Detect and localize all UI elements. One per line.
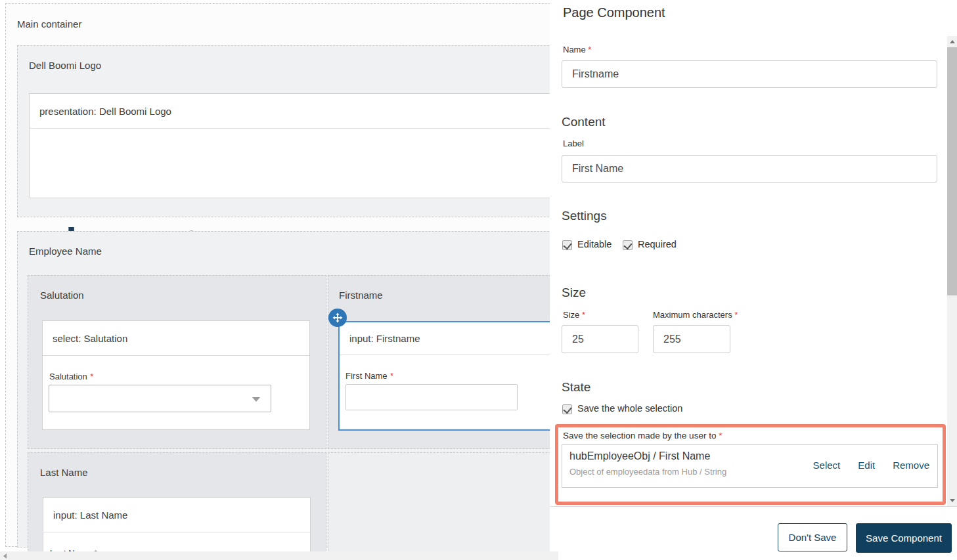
state-heading: State (562, 380, 590, 395)
scroll-up-arrow-icon[interactable] (950, 40, 955, 43)
save-selection-label: Save the selection made by the user to (563, 431, 716, 441)
firstname-required-mark: * (390, 371, 393, 381)
content-heading: Content (562, 115, 606, 129)
size-field-label: Size (563, 310, 579, 320)
name-input[interactable] (562, 60, 937, 88)
salutation-select[interactable] (49, 385, 271, 412)
size-input[interactable] (562, 325, 638, 353)
save-selection-highlight: Save the selection made by the user to *… (555, 424, 946, 505)
firstname-cell-label: Firstname (339, 290, 383, 301)
move-handle-icon[interactable] (328, 309, 347, 327)
logo-section[interactable]: Dell Boomi Logo presentation: Dell Boomi… (17, 45, 550, 217)
max-chars-input[interactable] (653, 325, 730, 353)
presentation-card-header: presentation: Dell Boomi Logo (30, 94, 550, 129)
salutation-component-card[interactable]: select: Salutation Salutation * (42, 320, 310, 430)
scroll-left-arrow-icon[interactable] (3, 553, 7, 559)
edit-link[interactable]: Edit (858, 460, 875, 471)
dont-save-button[interactable]: Don't Save (778, 523, 847, 551)
max-chars-field-label: Maximum characters (653, 310, 732, 320)
save-whole-selection-label: Save the whole selection (577, 403, 682, 414)
presentation-component-card[interactable]: presentation: Dell Boomi Logo boomı A De… (29, 93, 550, 198)
lastname-cell-label: Last Name (40, 467, 88, 478)
salutation-cell-label: Salutation (40, 290, 84, 301)
salutation-card-header: select: Salutation (43, 321, 309, 356)
label-field-label: Label (563, 139, 584, 148)
required-checkbox-label: Required (638, 239, 677, 249)
vertical-scrollbar-thumb[interactable] (947, 47, 957, 295)
save-component-button[interactable]: Save Component (856, 523, 952, 553)
size-required-mark: * (582, 310, 585, 320)
size-heading: Size (562, 286, 586, 300)
required-checkbox[interactable] (623, 240, 633, 250)
save-whole-selection-checkbox[interactable] (562, 404, 572, 414)
empty-cell[interactable] (328, 452, 550, 551)
main-container[interactable]: Main container Dell Boomi Logo presentat… (5, 3, 550, 547)
lastname-component-card[interactable]: input: Last Name Last Name * (43, 497, 311, 551)
firstname-component-card-selected[interactable]: input: Firstname First Name * (338, 321, 550, 431)
save-selection-value-subtitle: Object of employeedata from Hub / String (569, 467, 726, 477)
main-container-label: Main container (17, 18, 81, 30)
employee-name-section[interactable]: Employee Name Salutation select: Salutat… (17, 231, 550, 548)
label-input[interactable] (562, 155, 937, 183)
firstname-cell[interactable]: Firstname input: Firstname First Name * (328, 275, 550, 449)
remove-link[interactable]: Remove (893, 460, 929, 471)
scroll-down-arrow-icon[interactable] (950, 499, 955, 502)
editable-checkbox-label: Editable (577, 239, 612, 249)
salutation-required-mark: * (90, 372, 93, 381)
name-required-mark: * (588, 45, 591, 54)
employee-section-label: Employee Name (29, 246, 102, 257)
firstname-field-label: First Name (345, 371, 388, 381)
firstname-preview-input[interactable] (345, 384, 518, 410)
move-arrows-icon (332, 312, 343, 323)
max-chars-required-mark: * (734, 310, 738, 320)
firstname-card-header: input: Firstname (340, 322, 550, 355)
horizontal-scrollbar[interactable] (0, 551, 558, 560)
footer-divider (550, 506, 957, 507)
logo-section-label: Dell Boomi Logo (29, 60, 101, 71)
salutation-field-label: Salutation (49, 372, 87, 381)
salutation-cell[interactable]: Salutation select: Salutation Salutation… (28, 275, 326, 449)
name-field-label: Name (563, 45, 586, 54)
editable-checkbox[interactable] (562, 240, 572, 250)
select-link[interactable]: Select (813, 460, 841, 471)
save-selection-required-mark: * (719, 431, 722, 441)
chevron-down-icon (252, 397, 260, 402)
settings-heading: Settings (562, 209, 607, 223)
save-selection-value-title: hubEmployeeObj / First Name (569, 450, 710, 462)
page-component-panel: Page Component Name * Content Label Sett… (550, 0, 957, 560)
lastname-card-header: input: Last Name (43, 498, 310, 532)
lastname-cell[interactable]: Last Name input: Last Name Last Name * (28, 452, 326, 551)
panel-title: Page Component (563, 5, 665, 20)
save-selection-value-box: hubEmployeeObj / First Name Object of em… (562, 444, 938, 488)
page-builder-canvas: Main container Dell Boomi Logo presentat… (0, 0, 550, 551)
